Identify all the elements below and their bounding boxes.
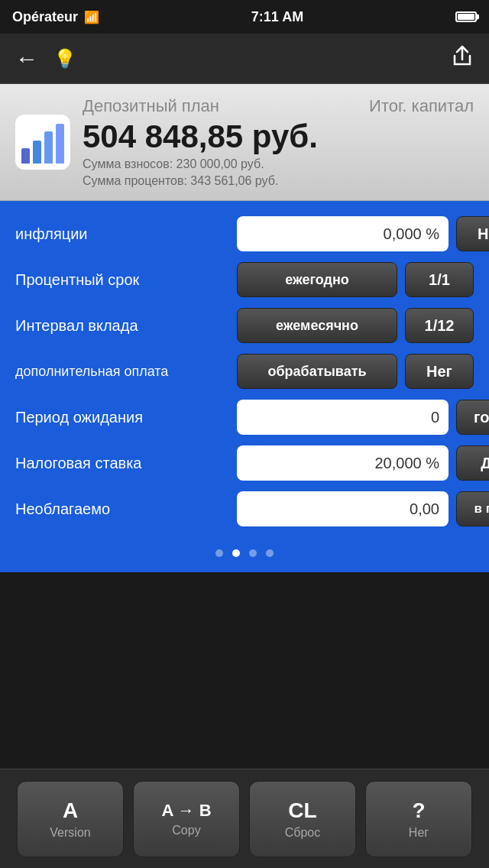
interest-term-label: Процентный срок [15,271,229,289]
result-header-row: Депозитный план Итог. капитал [83,96,474,116]
help-label: Нег [409,826,429,840]
battery-icon [455,11,477,22]
status-carrier: Opérateur 📶 [12,9,99,25]
tax-rate-label: Налоговая ставка [15,455,229,472]
copy-button[interactable]: A → B Copy [133,781,240,857]
version-letter: A [63,798,78,823]
extra-payment-label: дополнительная оплата [15,364,229,380]
row-interest-term: Процентный срок ежегодно 1/1 [15,262,474,297]
capital-label: Итог. капитал [369,96,474,116]
chart-icon [15,115,70,170]
reset-button[interactable]: CL Сброс [249,781,356,857]
pagination-dots [15,537,474,565]
reset-label: Сброс [285,826,321,840]
nav-bar: ← 💡 [0,34,489,84]
dot-2[interactable] [232,549,240,557]
deposit-interval-label: Интервал вклада [15,317,229,335]
deposit-interval-select[interactable]: ежемесячно [237,308,397,343]
tax-exempt-unit[interactable]: в год [456,491,489,526]
carrier-label: Opérateur [12,9,78,25]
result-amount: 504 848,85 руб. [83,119,474,154]
row-inflation: инфляции Нег [15,216,474,251]
back-button[interactable]: ← [15,47,38,70]
deposit-interval-fraction[interactable]: 1/12 [405,308,474,343]
inflation-input[interactable] [237,216,449,251]
status-bar: Opérateur 📶 7:11 AM [0,0,489,34]
main-panel: инфляции Нег Процентный срок ежегодно 1/… [0,201,489,572]
interest-term-select[interactable]: ежегодно [237,262,397,297]
spacer [0,572,489,578]
result-text-block: Депозитный план Итог. капитал 504 848,85… [83,96,474,188]
dot-3[interactable] [249,549,257,557]
row-tax-rate: Налоговая ставка Да [15,445,474,481]
waiting-period-unit[interactable]: года [456,400,489,435]
bar-2 [33,141,41,164]
row-waiting-period: Период ожидания года [15,400,474,435]
help-letter: ? [412,798,425,823]
inflation-neg-btn[interactable]: Нег [456,216,489,251]
inflation-label: инфляции [15,225,229,243]
dot-4[interactable] [266,549,274,557]
plan-label: Депозитный план [83,96,219,116]
result-interest: Сумма процентов: 343 561,06 руб. [83,174,474,188]
battery-fill [458,14,474,20]
status-right [455,11,477,22]
version-button[interactable]: A Version [17,781,124,857]
reset-letter: CL [288,798,316,823]
bar-1 [21,148,30,164]
tax-exempt-input[interactable] [237,491,449,526]
copy-letter: A → B [161,801,211,821]
extra-payment-select[interactable]: обрабатывать [237,354,397,389]
copy-label: Copy [172,824,200,837]
waiting-period-input[interactable] [237,400,449,435]
tax-rate-yes-btn[interactable]: Да [456,445,489,481]
interest-term-fraction[interactable]: 1/1 [405,262,474,297]
bulb-button[interactable]: 💡 [53,48,76,70]
row-extra-payment: дополнительная оплата обрабатывать Нег [15,354,474,389]
extra-payment-neg-btn[interactable]: Нег [405,354,474,389]
result-contributions: Сумма взносов: 230 000,00 руб. [83,157,474,171]
bar-4 [56,124,64,164]
waiting-period-label: Период ожидания [15,409,229,426]
bottom-toolbar: A Version A → B Copy CL Сброс ? Нег [0,769,489,868]
help-button[interactable]: ? Нег [365,781,472,857]
nav-left-group: ← 💡 [15,47,76,70]
status-time: 7:11 AM [251,9,303,25]
wifi-icon: 📶 [84,10,99,24]
share-button[interactable] [451,44,474,73]
result-card: Депозитный план Итог. капитал 504 848,85… [0,84,489,201]
tax-rate-input[interactable] [237,445,449,481]
row-tax-exempt: Необлагаемо в год [15,491,474,526]
version-label: Version [50,826,90,840]
dot-1[interactable] [215,549,223,557]
tax-exempt-label: Необлагаемо [15,500,229,518]
bar-3 [44,131,53,164]
row-deposit-interval: Интервал вклада ежемесячно 1/12 [15,308,474,343]
